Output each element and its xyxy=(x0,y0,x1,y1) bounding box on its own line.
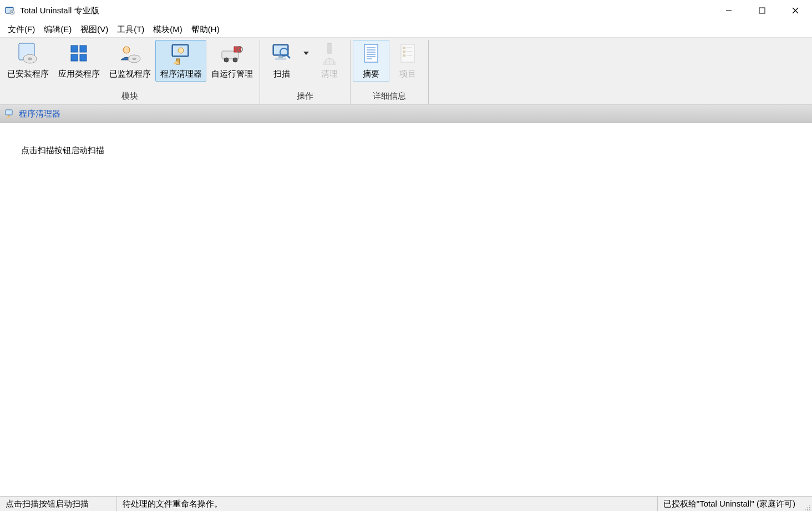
scan-icon xyxy=(271,42,293,66)
ribbon-group-operations: 扫描 xyxy=(260,40,351,104)
svg-rect-10 xyxy=(71,45,78,52)
app-icon xyxy=(4,5,16,16)
svg-rect-45 xyxy=(403,47,405,49)
svg-point-55 xyxy=(809,507,810,508)
resize-grip-icon xyxy=(804,504,811,511)
svg-point-58 xyxy=(809,505,810,506)
svg-point-54 xyxy=(807,509,808,510)
ribbon-btn-clean: 清理 xyxy=(311,40,348,82)
program-cleaner-icon xyxy=(169,42,193,66)
menu-tools[interactable]: 工具(T) xyxy=(113,23,149,36)
ribbon-btn-label: 自运行管理 xyxy=(211,69,253,79)
ribbon-btn-label: 已安装程序 xyxy=(7,69,49,79)
ribbon-btn-label: 项目 xyxy=(399,69,416,79)
summary-icon xyxy=(361,42,381,66)
svg-point-9 xyxy=(28,58,32,60)
titlebar: Total Uninstall 专业版 xyxy=(0,0,812,22)
menu-view[interactable]: 视图(V) xyxy=(76,23,113,36)
svg-rect-49 xyxy=(403,54,405,57)
scan-prompt-text: 点击扫描按钮启动扫描 xyxy=(21,145,104,156)
ribbon-group-label: 操作 xyxy=(262,90,348,103)
menu-edit[interactable]: 编辑(E) xyxy=(39,23,76,36)
svg-rect-12 xyxy=(71,54,78,61)
ribbon-btn-program-cleaner[interactable]: 程序清理器 xyxy=(155,40,206,82)
svg-point-53 xyxy=(809,509,810,510)
autorun-icon xyxy=(220,42,244,66)
svg-rect-51 xyxy=(6,110,12,115)
statusbar: 点击扫描按钮启动扫描 待处理的文件重命名操作。 已授权给"Total Unins… xyxy=(0,496,812,511)
ribbon-btn-label: 已监视程序 xyxy=(109,69,151,79)
close-button[interactable] xyxy=(779,0,812,21)
svg-point-22 xyxy=(224,58,229,62)
ribbon-btn-scan[interactable]: 扫描 xyxy=(262,40,301,82)
ribbon-btn-label: 程序清理器 xyxy=(160,69,202,79)
svg-rect-4 xyxy=(759,8,765,13)
ribbon-btn-label: 扫描 xyxy=(273,69,290,79)
svg-point-16 xyxy=(133,58,136,60)
svg-rect-13 xyxy=(80,54,87,61)
menubar: 文件(F) 编辑(E) 视图(V) 工具(T) 模块(M) 帮助(H) xyxy=(0,22,812,37)
ribbon: 已安装程序 应用类程序 xyxy=(0,37,812,104)
ribbon-group-modules: 已安装程序 应用类程序 xyxy=(0,40,260,104)
status-left: 点击扫描按钮启动扫描 xyxy=(0,497,116,511)
ribbon-group-label: 详细信息 xyxy=(353,90,426,103)
svg-point-19 xyxy=(178,48,184,53)
ribbon-btn-items: 项目 xyxy=(389,40,426,82)
ribbon-btn-summary[interactable]: 摘要 xyxy=(353,40,389,82)
resize-grip[interactable] xyxy=(801,495,812,511)
svg-rect-47 xyxy=(403,50,405,53)
ribbon-group-label: 模块 xyxy=(2,90,257,103)
menu-modules[interactable]: 模块(M) xyxy=(149,23,187,36)
ribbon-btn-autorun-manager[interactable]: 自运行管理 xyxy=(206,40,257,82)
ribbon-btn-app-programs[interactable]: 应用类程序 xyxy=(53,40,104,82)
ribbon-btn-label: 清理 xyxy=(321,69,338,79)
ribbon-group-details: 摘要 项目 xyxy=(351,40,429,104)
section-title: 程序清理器 xyxy=(19,109,60,119)
svg-point-57 xyxy=(807,507,808,508)
section-header: 程序清理器 xyxy=(0,104,812,123)
window-title: Total Uninstall 专业版 xyxy=(20,0,712,21)
maximize-button[interactable] xyxy=(745,0,779,21)
items-icon xyxy=(398,42,418,66)
svg-line-32 xyxy=(287,55,290,58)
menu-help[interactable]: 帮助(H) xyxy=(187,23,224,36)
svg-point-56 xyxy=(805,509,806,510)
content-area: 点击扫描按钮启动扫描 xyxy=(0,123,812,496)
svg-rect-33 xyxy=(328,43,331,53)
svg-rect-11 xyxy=(80,45,87,52)
app-programs-icon xyxy=(67,42,91,66)
menu-file[interactable]: 文件(F) xyxy=(3,23,39,36)
ribbon-btn-label: 摘要 xyxy=(363,69,379,79)
svg-point-23 xyxy=(233,58,237,62)
svg-rect-30 xyxy=(275,58,286,60)
svg-point-14 xyxy=(123,47,130,53)
status-middle: 待处理的文件重命名操作。 xyxy=(116,497,657,511)
installed-programs-icon xyxy=(16,42,40,66)
ribbon-btn-scan-dropdown[interactable] xyxy=(301,40,311,67)
clean-icon xyxy=(319,42,339,66)
ribbon-btn-label: 应用类程序 xyxy=(58,69,100,79)
ribbon-btn-installed-programs[interactable]: 已安装程序 xyxy=(2,40,53,82)
status-right: 已授权给"Total Uninstall" (家庭许可) xyxy=(657,497,801,511)
chevron-down-icon xyxy=(303,52,309,55)
program-cleaner-small-icon xyxy=(4,109,14,119)
minimize-button[interactable] xyxy=(712,0,745,21)
svg-rect-37 xyxy=(364,44,378,62)
svg-point-26 xyxy=(239,49,241,50)
ribbon-btn-monitored-programs[interactable]: 已监视程序 xyxy=(104,40,155,82)
monitored-programs-icon xyxy=(118,42,142,66)
